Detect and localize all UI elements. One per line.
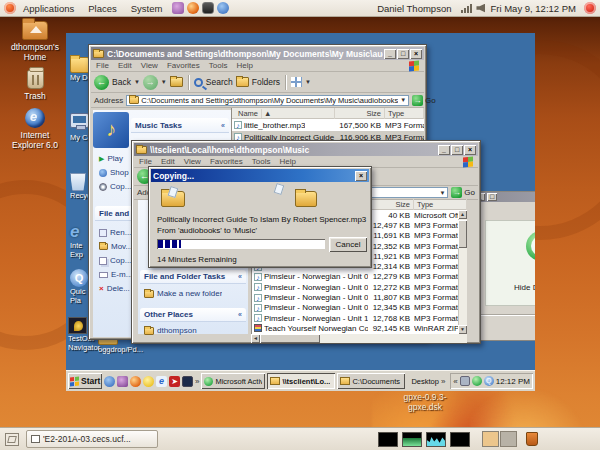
network-signal-icon[interactable]: [461, 4, 472, 13]
show-desktop-icon[interactable]: [5, 433, 19, 446]
terminal-launcher-icon[interactable]: [202, 2, 214, 14]
task-play-all[interactable]: ▶Play: [99, 154, 123, 163]
menu-file[interactable]: File: [139, 157, 152, 166]
tray-collapse-icon[interactable]: «: [453, 377, 457, 386]
system-monitor-applet[interactable]: [378, 432, 398, 447]
place-dthompson[interactable]: dthompson: [144, 326, 197, 335]
music-tasks-header[interactable]: Music Tasks«: [131, 118, 229, 133]
menu-tools[interactable]: Tools: [252, 157, 271, 166]
task-make-new-folder[interactable]: Make a new folder: [144, 289, 222, 298]
close-icon[interactable]: ×: [410, 49, 422, 59]
scroll-left-icon[interactable]: ◄: [251, 334, 260, 343]
menu-system[interactable]: System: [124, 0, 170, 17]
file-row[interactable]: ♪Pimsleur - Norwegian - Unit 07...12,272…: [252, 282, 467, 292]
column-type[interactable]: Type: [414, 199, 467, 210]
task-rename[interactable]: Ren...: [99, 228, 131, 237]
help-launcher-icon[interactable]: [217, 2, 229, 14]
xp-icon-internet-explorer[interactable]: eInte Exp: [70, 223, 83, 259]
views-dropdown[interactable]: ▼: [305, 79, 311, 85]
search-icon[interactable]: [194, 78, 203, 87]
network-monitor-applet[interactable]: [426, 432, 446, 447]
quicklaunch-app2-icon[interactable]: [143, 376, 154, 387]
folders-label[interactable]: Folders: [252, 77, 280, 87]
ubuntu-logo-icon[interactable]: [4, 2, 16, 14]
user-switcher[interactable]: Daniel Thompson: [377, 3, 451, 14]
folders-icon[interactable]: [236, 77, 249, 87]
taskbar-clock[interactable]: 12:12 PM: [496, 377, 530, 386]
back-dropdown[interactable]: ▼: [134, 79, 140, 85]
file-row[interactable]: ♪Pimsleur - Norwegian - Unit 09...12,345…: [252, 303, 467, 313]
desktop-icon-home[interactable]: dthompson's Home: [4, 21, 66, 62]
scrollbar-thumb[interactable]: [260, 334, 320, 343]
column-size[interactable]: Size: [335, 108, 385, 119]
menu-help[interactable]: Help: [279, 157, 295, 166]
panel-clock[interactable]: Fri May 9, 12:12 PM: [490, 3, 576, 14]
workspace-2[interactable]: [500, 431, 517, 447]
start-button[interactable]: Start: [68, 373, 102, 389]
desktop-icon-trash[interactable]: Trash: [4, 70, 66, 101]
address-input[interactable]: C:\Documents and Settings\dthompson\My D…: [126, 95, 409, 106]
column-name[interactable]: Name ▲: [232, 108, 335, 119]
file-row[interactable]: ♪Pimsleur - Norwegian - Unit 06...12,279…: [252, 272, 467, 282]
minimize-icon[interactable]: _: [438, 145, 450, 155]
update-notifier-icon[interactable]: [172, 2, 184, 14]
file-row[interactable]: Teach Yourself Norwegian Co...92,145 KBW…: [252, 323, 467, 333]
maximize-icon[interactable]: □: [451, 145, 463, 155]
hide-details-button[interactable]: Hide Deta: [514, 283, 535, 292]
column-type[interactable]: Type: [385, 108, 424, 119]
cancel-button[interactable]: Cancel: [329, 237, 367, 252]
task-move[interactable]: Mov...: [99, 242, 132, 251]
scroll-up-icon[interactable]: ▲: [458, 210, 467, 219]
firefox-launcher-icon[interactable]: [187, 2, 199, 14]
quicklaunch-app3-icon[interactable]: [182, 376, 193, 387]
address-dropdown-icon[interactable]: ▼: [439, 190, 445, 196]
quicklaunch-messenger-icon[interactable]: [104, 376, 115, 387]
tray-display-icon[interactable]: [460, 376, 470, 386]
quicklaunch-firefox-icon[interactable]: [130, 376, 141, 387]
menu-places[interactable]: Places: [81, 0, 124, 17]
maximize-icon[interactable]: □: [487, 193, 497, 201]
menu-edit[interactable]: Edit: [161, 157, 175, 166]
xp-icon-quicktime[interactable]: QQuic Pla: [70, 269, 88, 305]
quicklaunch-app-icon[interactable]: [117, 376, 128, 387]
task-copy-to-cd[interactable]: Cop...: [99, 182, 131, 191]
desktop-toolbar-overflow-icon[interactable]: »: [441, 377, 445, 386]
quicklaunch-pointer-icon[interactable]: ➤: [169, 376, 180, 387]
menu-view[interactable]: View: [141, 61, 158, 70]
volume-icon[interactable]: [476, 4, 485, 13]
scroll-down-icon[interactable]: ▼: [458, 325, 467, 334]
window-list-button[interactable]: 'E2-201A-03.cecs.ucf...: [26, 430, 158, 448]
vertical-scrollbar[interactable]: ▲ ▼: [458, 210, 467, 334]
window2-titlebar[interactable]: \\tsclient\Local\home\dthompson\Music _ …: [134, 143, 478, 156]
cpu-monitor-applet[interactable]: [402, 432, 422, 447]
power-icon[interactable]: [584, 2, 596, 14]
window1-list-header[interactable]: Name ▲ Size Type: [232, 108, 424, 119]
file-row[interactable]: ♪Pimsleur - Norwegian - Unit 08...11,807…: [252, 292, 467, 302]
desktop-file-label-gpxe[interactable]: gpxe-0.9.3- gpxe.dsk: [382, 392, 468, 412]
quicklaunch-ie-icon[interactable]: e: [156, 376, 167, 387]
trash-applet-icon[interactable]: [526, 432, 538, 446]
views-icon[interactable]: [291, 77, 302, 87]
minimize-icon[interactable]: _: [384, 49, 396, 59]
file-row[interactable]: ♪Pimsleur - Norwegian - Unit 10...12,768…: [252, 313, 467, 323]
desktop-toolbar-label[interactable]: Desktop: [411, 377, 439, 386]
workspace-1[interactable]: [482, 431, 499, 447]
menu-favorites[interactable]: Favorites: [167, 61, 200, 70]
task-email[interactable]: E-m...: [99, 270, 132, 279]
other-places-header[interactable]: Other Places«: [140, 308, 246, 322]
column-size[interactable]: Size: [368, 199, 414, 210]
menu-favorites[interactable]: Favorites: [210, 157, 243, 166]
copying-dialog[interactable]: Copying... × Politically Incorrect Guide…: [148, 166, 372, 268]
menu-help[interactable]: Help: [236, 61, 252, 70]
up-button[interactable]: [170, 77, 183, 87]
scrollbar-thumb[interactable]: [458, 220, 467, 248]
task-copy[interactable]: Cop...: [99, 256, 131, 265]
quicklaunch-overflow-icon[interactable]: »: [195, 377, 199, 386]
back-label[interactable]: Back: [112, 77, 131, 87]
taskbar-button-tsclient[interactable]: \\tsclient\Lo...: [267, 373, 335, 389]
menu-edit[interactable]: Edit: [118, 61, 132, 70]
menu-file[interactable]: File: [96, 61, 109, 70]
maximize-icon[interactable]: □: [397, 49, 409, 59]
go-button[interactable]: →Go: [451, 187, 475, 199]
back-button[interactable]: ←: [94, 75, 109, 90]
